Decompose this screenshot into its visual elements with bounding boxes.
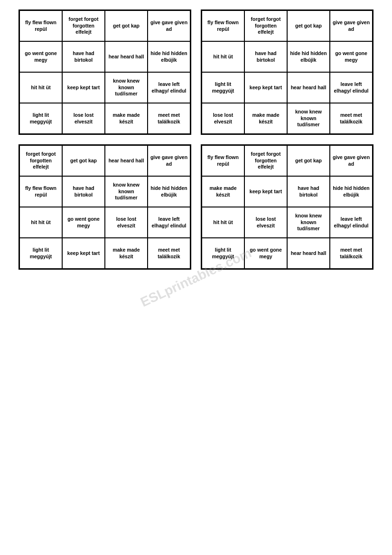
- card-1: fly flew flown repülforget forgot forgot…: [19, 9, 191, 135]
- bingo-cell: get got kap: [287, 145, 330, 176]
- bingo-cell: hide hid hidden elbújik: [330, 176, 373, 207]
- bingo-cell: have had birtokol: [62, 176, 105, 207]
- bingo-cell: get got kap: [287, 10, 330, 41]
- bingo-cell: go went gone megy: [62, 207, 105, 238]
- bingo-cell: hide hid hidden elbújik: [287, 41, 330, 72]
- card-3: forget forgot forgotten elfelejtget got …: [19, 144, 191, 270]
- bingo-cell: hear heard hall: [105, 41, 148, 72]
- bingo-cell: hide hid hidden elbújik: [148, 41, 190, 72]
- bingo-cell: meet met találkozik: [148, 103, 190, 134]
- bingo-cell: hit hit üt: [19, 72, 62, 103]
- bingo-cell: forget forgot forgotten elfelejt: [19, 145, 62, 176]
- bingo-cell: fly flew flown repül: [202, 145, 244, 176]
- bingo-cell: keep kept tart: [244, 176, 287, 207]
- bingo-cell: give gave given ad: [330, 145, 373, 176]
- bingo-cell: give gave given ad: [148, 10, 190, 41]
- bingo-cell: hit hit üt: [202, 41, 244, 72]
- bingo-cell: fly flew flown repül: [202, 10, 244, 41]
- bingo-cell: make made készít: [202, 176, 244, 207]
- bingo-cell: lose lost elveszít: [244, 207, 287, 238]
- bingo-cell: give gave given ad: [148, 145, 190, 176]
- bingo-cell: leave left elhagy/ elindul: [330, 72, 373, 103]
- bingo-cell: get got kap: [62, 145, 105, 176]
- bingo-cell: make made készít: [105, 103, 148, 134]
- bingo-cell: give gave given ad: [330, 10, 373, 41]
- bingo-cell: light lit meggyújt: [202, 238, 244, 269]
- bingo-cell: leave left elhagy/ elindul: [148, 72, 190, 103]
- bingo-cell: keep kept tart: [244, 72, 287, 103]
- bingo-cell: light lit meggyújt: [19, 103, 62, 134]
- bingo-cell: light lit meggyújt: [19, 238, 62, 269]
- bingo-cell: hear heard hall: [287, 238, 330, 269]
- bingo-cell: hit hit üt: [19, 207, 62, 238]
- bingo-cell: have had birtokol: [244, 41, 287, 72]
- bingo-cell: know knew known tud/ismer: [105, 72, 148, 103]
- bingo-cell: meet met találkozik: [330, 238, 373, 269]
- bingo-cell: lose lost elveszít: [202, 103, 244, 134]
- bingo-cell: light lit meggyújt: [202, 72, 244, 103]
- bingo-cell: know knew known tud/ismer: [287, 103, 330, 134]
- bingo-cell: meet met találkozik: [148, 238, 190, 269]
- bingo-cell: know knew known tud/ismer: [287, 207, 330, 238]
- bingo-cell: make made készít: [244, 103, 287, 134]
- bingo-cell: go went gone megy: [330, 41, 373, 72]
- top-row: fly flew flown repülforget forgot forgot…: [9, 9, 383, 135]
- bingo-cell: lose lost elveszít: [62, 103, 105, 134]
- bingo-cell: hear heard hall: [105, 145, 148, 176]
- bingo-cell: get got kap: [105, 10, 148, 41]
- bingo-cell: hear heard hall: [287, 72, 330, 103]
- bingo-cell: forget forgot forgotten elfelejt: [244, 10, 287, 41]
- bingo-cell: keep kept tart: [62, 72, 105, 103]
- bingo-cell: forget forgot forgotten elfelejt: [62, 10, 105, 41]
- bingo-cell: fly flew flown repül: [19, 10, 62, 41]
- bingo-cell: have had birtokol: [287, 176, 330, 207]
- page: fly flew flown repülforget forgot forgot…: [9, 9, 383, 270]
- card-2: fly flew flown repülforget forgot forgot…: [201, 9, 373, 135]
- bingo-cell: know knew known tud/ismer: [105, 176, 148, 207]
- bingo-cell: make made készít: [105, 238, 148, 269]
- bingo-cell: keep kept tart: [62, 238, 105, 269]
- bingo-cell: meet met találkozik: [330, 103, 373, 134]
- bingo-cell: go went gone megy: [244, 238, 287, 269]
- card-4: fly flew flown repülforget forgot forgot…: [201, 144, 373, 270]
- bingo-cell: fly flew flown repül: [19, 176, 62, 207]
- bingo-cell: have had birtokol: [62, 41, 105, 72]
- bingo-cell: hit hit üt: [202, 207, 244, 238]
- bingo-cell: hide hid hidden elbújik: [148, 176, 190, 207]
- bingo-cell: leave left elhagy/ elindul: [330, 207, 373, 238]
- bottom-row: forget forgot forgotten elfelejtget got …: [9, 144, 383, 270]
- bingo-cell: forget forgot forgotten elfelejt: [244, 145, 287, 176]
- bingo-cell: leave left elhagy/ elindul: [148, 207, 190, 238]
- bingo-cell: go went gone megy: [19, 41, 62, 72]
- bingo-cell: lose lost elveszít: [105, 207, 148, 238]
